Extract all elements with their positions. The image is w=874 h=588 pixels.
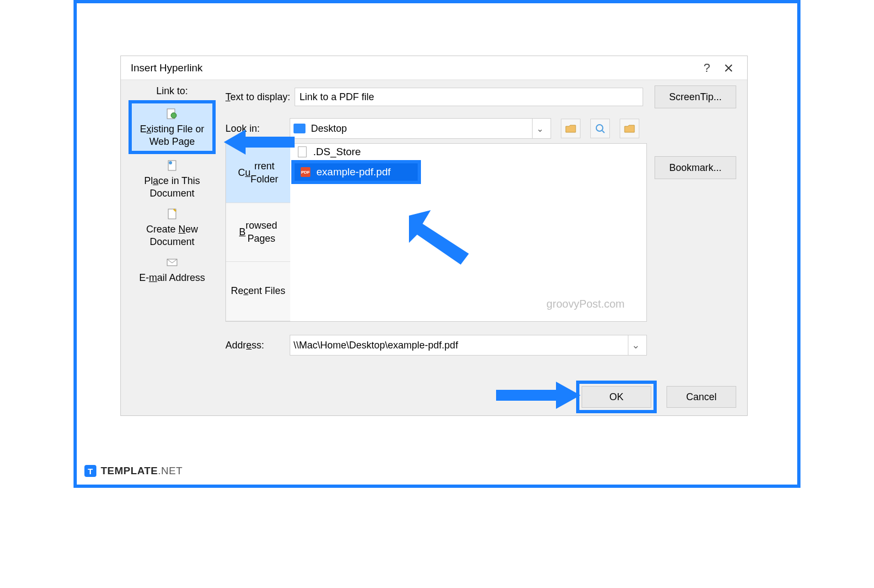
new-document-icon xyxy=(165,207,179,221)
watermark-text: groovyPost.com xyxy=(547,298,625,310)
folder-icon xyxy=(294,124,305,133)
linkto-existing-file[interactable]: Existing File orWeb Page xyxy=(129,100,216,154)
link-to-panel: Link to: Existing File orWeb Page Place … xyxy=(129,85,216,289)
svg-point-3 xyxy=(169,161,172,164)
brand-watermark: T TEMPLATE.NET xyxy=(84,465,182,477)
linkto-email[interactable]: E-mail Address xyxy=(129,252,216,287)
document-anchor-icon xyxy=(165,158,179,173)
address-row: Address: \\Mac\Home\Desktop\example-pdf.… xyxy=(225,335,647,356)
ok-highlight: OK xyxy=(576,381,657,413)
svg-point-1 xyxy=(171,113,176,118)
dialog-title: Insert Hyperlink xyxy=(131,62,203,74)
brand-badge-icon: T xyxy=(84,465,96,477)
browse-file-button[interactable] xyxy=(620,119,639,138)
linkto-create-new[interactable]: Create NewDocument xyxy=(129,204,216,251)
linkto-item-label: E-mail Address xyxy=(139,272,205,284)
bookmark-button[interactable]: Bookmark... xyxy=(655,156,736,179)
file-row-selected[interactable]: PDF example-pdf.pdf xyxy=(294,162,419,182)
brand-bold: TEMPLATE xyxy=(101,465,158,476)
dialog-titlebar: Insert Hyperlink ? xyxy=(121,56,747,80)
link-to-label: Link to: xyxy=(129,85,216,97)
folder-up-icon xyxy=(565,124,576,133)
folder-open-icon xyxy=(624,124,635,133)
ok-button[interactable]: OK xyxy=(582,386,651,408)
web-search-icon xyxy=(595,123,606,134)
linkto-item-label: Place in ThisDocument xyxy=(144,175,200,199)
brand-rest: .NET xyxy=(158,465,182,476)
svg-point-6 xyxy=(596,125,603,131)
tab-current-folder[interactable]: CurrentFolder xyxy=(226,144,290,203)
help-icon[interactable]: ? xyxy=(696,57,718,79)
email-icon xyxy=(165,255,179,270)
file-name: example-pdf.pdf xyxy=(316,166,390,178)
address-combo[interactable]: \\Mac\Home\Desktop\example-pdf.pdf ⌄ xyxy=(290,335,647,356)
look-in-row: Look in: Desktop ⌄ xyxy=(225,118,639,139)
look-in-label: Look in: xyxy=(225,123,290,134)
text-to-display-row: Text to display: xyxy=(225,88,643,106)
linkto-item-label: Create NewDocument xyxy=(146,223,198,248)
globe-page-icon xyxy=(165,107,179,121)
insert-hyperlink-dialog: Insert Hyperlink ? Link to: Existing Fil… xyxy=(120,56,748,416)
file-icon xyxy=(297,146,308,157)
look-in-value: Desktop xyxy=(311,123,532,134)
file-name: .DS_Store xyxy=(313,146,361,158)
screentip-button[interactable]: ScreenTip... xyxy=(655,85,736,108)
chevron-down-icon: ⌄ xyxy=(532,119,547,138)
pdf-icon: PDF xyxy=(300,167,311,177)
linkto-item-label: Existing File orWeb Page xyxy=(140,123,204,148)
text-to-display-label: Text to display: xyxy=(225,91,290,103)
file-browser: CurrentFolder BrowsedPages Recent Files … xyxy=(225,143,647,322)
look-in-combo[interactable]: Desktop ⌄ xyxy=(290,118,551,139)
cancel-button[interactable]: Cancel xyxy=(667,386,736,408)
file-row[interactable]: .DS_Store xyxy=(290,144,646,160)
text-to-display-input[interactable] xyxy=(295,88,643,106)
browse-web-button[interactable] xyxy=(590,119,610,138)
tab-browsed-pages[interactable]: BrowsedPages xyxy=(226,203,290,262)
chevron-down-icon: ⌄ xyxy=(628,335,643,355)
up-folder-button[interactable] xyxy=(561,119,580,138)
browse-tabs: CurrentFolder BrowsedPages Recent Files xyxy=(226,144,290,321)
screenshot-frame: Insert Hyperlink ? Link to: Existing Fil… xyxy=(74,0,800,488)
address-value: \\Mac\Home\Desktop\example-pdf.pdf xyxy=(294,340,628,351)
linkto-place-in-doc[interactable]: Place in ThisDocument xyxy=(129,155,216,203)
dialog-footer: OK Cancel xyxy=(121,378,747,415)
file-list[interactable]: .DS_Store PDF example-pdf.pdf groovyPost… xyxy=(290,144,646,321)
tab-recent-files[interactable]: Recent Files xyxy=(226,262,290,321)
address-label: Address: xyxy=(225,340,290,351)
close-icon[interactable] xyxy=(718,57,739,79)
